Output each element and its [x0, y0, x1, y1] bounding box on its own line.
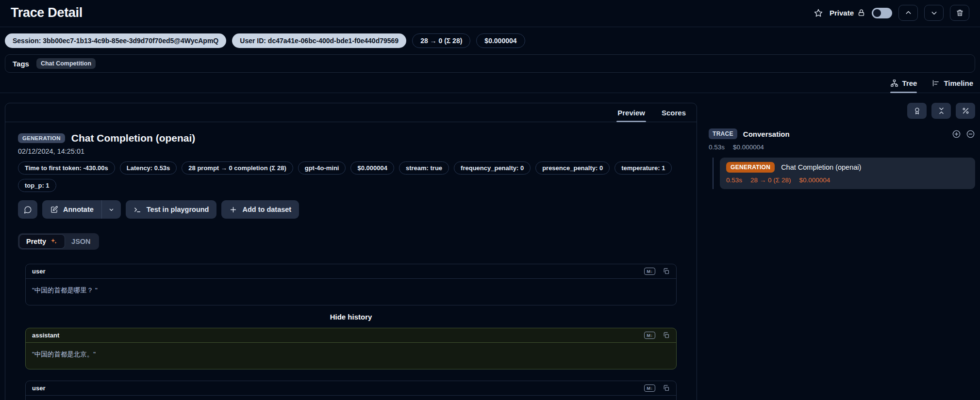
generation-type-badge: GENERATION: [726, 162, 775, 173]
format-pretty-option[interactable]: Pretty: [19, 235, 65, 248]
previous-trace-button[interactable]: [898, 5, 918, 21]
tab-scores[interactable]: Scores: [661, 103, 687, 122]
collapse-all-button[interactable]: [931, 103, 951, 119]
session-badge[interactable]: Session: 3bb00ec7-1b13-4c9b-85ee-3d9d70f…: [5, 33, 226, 48]
user-id-badge[interactable]: User ID: dc47a41e-06bc-400d-bde1-f0e440d…: [232, 33, 406, 48]
collapse-node-button[interactable]: [966, 129, 975, 139]
award-icon: [913, 107, 921, 115]
message-content: "谢谢": [26, 396, 676, 400]
annotate-dropdown-button[interactable]: [101, 200, 121, 219]
chevron-up-icon: [904, 9, 913, 17]
markdown-toggle-icon[interactable]: M↓: [644, 384, 655, 392]
tab-preview[interactable]: Preview: [616, 103, 646, 122]
metric-badges-row-2: top_p: 1: [18, 179, 684, 192]
observation-title: Chat Completion (openai): [71, 132, 196, 144]
lock-icon: [857, 9, 865, 17]
top-bar-actions: Private: [814, 5, 969, 21]
show-metrics-button[interactable]: [956, 103, 975, 119]
message-header-actions: M↓: [644, 268, 670, 275]
chevron-down-icon: [930, 9, 938, 17]
add-to-dataset-label: Add to dataset: [242, 206, 291, 213]
tree-icon: [890, 79, 898, 87]
tree-observation-header: GENERATION Chat Completion (openai): [726, 162, 969, 173]
tree-observation-row-selected[interactable]: GENERATION Chat Completion (openai) 0.53…: [720, 158, 975, 189]
trace-latency: 0.53s: [709, 144, 725, 151]
copy-button[interactable]: [663, 384, 670, 392]
metric-badge: presence_penalty: 0: [535, 161, 610, 175]
metric-badge: $0.000004: [350, 161, 394, 175]
message-list: user M↓ "中国的首都是哪里？ ": [18, 264, 684, 400]
observation-details: GENERATION Chat Completion (openai) 02/1…: [5, 122, 697, 400]
metric-badges-row-1: Time to first token: -430.00s Latency: 0…: [18, 161, 684, 175]
tree-trace-row[interactable]: TRACE Conversation: [709, 128, 975, 139]
expand-all-button[interactable]: [952, 129, 961, 139]
tree-node-actions: [952, 129, 975, 139]
metric-badge: 28 prompt → 0 completion (Σ 28): [182, 161, 293, 175]
message-assistant: assistant M↓ "中国的首都是北京。": [25, 328, 677, 369]
comment-button[interactable]: [18, 200, 37, 219]
tags-container: Tags Chat Competition: [5, 54, 975, 73]
content-area: Preview Scores GENERATION Chat Completio…: [0, 93, 980, 390]
test-in-playground-button[interactable]: Test in playground: [126, 200, 217, 219]
metric-badge: gpt-4o-mini: [298, 161, 346, 175]
sparkles-icon: [50, 238, 58, 245]
message-user-1: user M↓ "中国的首都是哪里？ ": [25, 264, 677, 305]
annotations-filter-button[interactable]: [907, 103, 927, 119]
copy-button[interactable]: [663, 332, 670, 339]
trace-id-badges: Session: 3bb00ec7-1b13-4c9b-85ee-3d9d70f…: [0, 27, 980, 53]
add-to-dataset-button[interactable]: Add to dataset: [221, 200, 299, 219]
trace-name: Conversation: [743, 130, 946, 138]
next-trace-button[interactable]: [924, 5, 944, 21]
markdown-toggle-icon[interactable]: M↓: [644, 268, 655, 275]
circle-plus-icon: [952, 129, 961, 139]
tree-branch: GENERATION Chat Completion (openai) 0.53…: [713, 158, 975, 189]
metric-badge: Time to first token: -430.00s: [18, 161, 115, 175]
tab-scores-label: Scores: [662, 109, 686, 117]
tab-tree-label: Tree: [902, 79, 917, 87]
message-header: user M↓: [26, 264, 676, 279]
hide-history-button[interactable]: Hide history: [25, 313, 677, 321]
tree-observation-name: Chat Completion (openai): [781, 163, 861, 171]
format-pretty-label: Pretty: [26, 238, 46, 245]
delete-trace-button[interactable]: [950, 5, 969, 21]
tree-observation-metrics: 0.53s 28 → 0 (Σ 28) $0.000004: [726, 176, 969, 184]
tree-toolbar: [709, 103, 975, 119]
tags-label: Tags: [13, 60, 29, 68]
message-header: assistant M↓: [26, 328, 676, 343]
metric-badge: Latency: 0.53s: [120, 161, 177, 175]
trash-icon: [956, 9, 964, 17]
test-in-playground-label: Test in playground: [147, 206, 209, 213]
tab-tree[interactable]: Tree: [890, 79, 917, 93]
timeline-icon: [931, 79, 940, 87]
observation-latency: 0.53s: [726, 176, 742, 184]
annotate-button[interactable]: Annotate: [42, 200, 101, 219]
bookmark-star-button[interactable]: [814, 8, 823, 18]
tag-chip[interactable]: Chat Competition: [36, 58, 96, 69]
total-cost-badge: $0.000004: [476, 33, 525, 48]
message-content: "中国的首都是哪里？ ": [26, 279, 676, 305]
trace-type-badge: TRACE: [709, 128, 737, 139]
percent-icon: [962, 107, 970, 115]
message-user-2: user M↓ "谢谢": [25, 381, 677, 400]
tab-timeline[interactable]: Timeline: [931, 79, 973, 93]
public-sharing-toggle[interactable]: [872, 8, 892, 18]
view-mode-tabs: Tree Timeline: [0, 73, 980, 93]
markdown-toggle-icon[interactable]: M↓: [644, 332, 655, 339]
toggle-knob: [873, 9, 881, 17]
format-json-option[interactable]: JSON: [65, 235, 98, 248]
observation-header: GENERATION Chat Completion (openai): [18, 132, 684, 144]
tab-preview-label: Preview: [617, 109, 645, 117]
observation-panel: Preview Scores GENERATION Chat Completio…: [5, 103, 697, 400]
circle-minus-icon: [966, 129, 975, 139]
copy-button[interactable]: [663, 268, 670, 275]
pen-square-icon: [50, 206, 58, 214]
trace-detail-page: Trace Detail Private: [0, 0, 980, 400]
trace-metrics: 0.53s $0.000004: [709, 144, 975, 151]
message-header: user M↓: [26, 381, 676, 396]
message-role: assistant: [32, 332, 59, 339]
message-header-actions: M↓: [644, 384, 670, 392]
star-icon: [814, 8, 823, 18]
copy-icon: [663, 332, 670, 339]
trace-cost: $0.000004: [733, 144, 764, 151]
metric-badge: temperature: 1: [615, 161, 672, 175]
